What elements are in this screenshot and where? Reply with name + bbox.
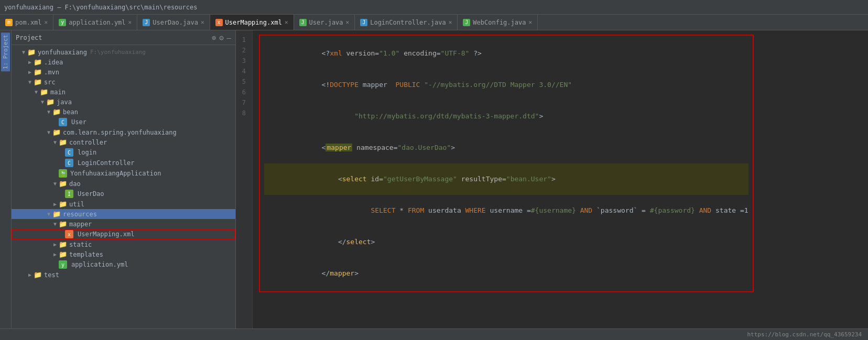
tab-pom[interactable]: m pom.xml ✕ bbox=[0, 15, 53, 30]
tree-application-yml[interactable]: y application.yml bbox=[12, 259, 235, 270]
tree-test[interactable]: 📁 test bbox=[12, 270, 235, 280]
dao-arrow bbox=[51, 181, 59, 187]
tab-pom-label: pom.xml bbox=[15, 19, 42, 26]
tab-webconfig-label: WebConfig.java bbox=[473, 19, 526, 26]
code-area[interactable]: 1 2 3 4 5 6 7 8 <?xml version="1.0" enc bbox=[236, 30, 868, 328]
tab-appyml-close[interactable]: ✕ bbox=[128, 19, 132, 26]
mvn-label: .mvn bbox=[44, 69, 59, 76]
tree-user-class[interactable]: C User bbox=[12, 117, 235, 127]
idea-folder-icon: 📁 bbox=[34, 58, 42, 66]
tree-logincontroller[interactable]: C LoginController bbox=[12, 158, 235, 168]
tree-util[interactable]: 📁 util bbox=[12, 199, 235, 209]
tree-resources[interactable]: 📁 resources bbox=[12, 209, 235, 219]
resources-label: resources bbox=[63, 211, 97, 218]
tab-userdao[interactable]: J UserDao.java ✕ bbox=[137, 15, 210, 30]
status-bar: https://blog.csdn.net/qq_43659234 bbox=[0, 328, 868, 340]
src-label: src bbox=[44, 79, 56, 86]
tab-webconfig[interactable]: J WebConfig.java ✕ bbox=[458, 15, 538, 30]
mapper-dir-folder-icon: 📁 bbox=[59, 220, 67, 228]
java-arrow bbox=[39, 99, 46, 105]
ln-6: 6 bbox=[238, 87, 250, 97]
main-label: main bbox=[50, 89, 66, 96]
tree-src[interactable]: 📁 src bbox=[12, 77, 235, 87]
tree-com-pkg[interactable]: 📁 com.learn.spring.yonfuhuaxiang bbox=[12, 127, 235, 137]
tab-appyml[interactable]: y application.yml ✕ bbox=[53, 15, 137, 30]
sidebar-toolbar: ⊕ ⚙ — bbox=[212, 34, 231, 42]
code-editor: 1 2 3 4 5 6 7 8 <?xml version="1.0" enc bbox=[236, 30, 868, 328]
static-label: static bbox=[69, 241, 92, 248]
tab-loginctrl-close[interactable]: ✕ bbox=[449, 19, 452, 26]
tree-main[interactable]: 📁 main bbox=[12, 87, 235, 97]
tab-pom-close[interactable]: ✕ bbox=[45, 19, 48, 26]
tree-static[interactable]: 📁 static bbox=[12, 239, 235, 249]
tree-templates[interactable]: 📁 templates bbox=[12, 249, 235, 259]
idea-arrow bbox=[26, 59, 34, 65]
code-content[interactable]: <?xml version="1.0" encoding="UTF-8" ?> … bbox=[253, 30, 868, 328]
tree-yonfuapp[interactable]: 🍃 YonfuhuaxiangApplication bbox=[12, 168, 235, 179]
tree-root[interactable]: 📁 yonfuhuaxiang F:\yonfuhuaxiang bbox=[12, 47, 235, 57]
project-side-tab[interactable]: 1: Project bbox=[1, 32, 10, 71]
tree-bean[interactable]: 📁 bean bbox=[12, 107, 235, 117]
tab-user-label: User.java bbox=[309, 19, 343, 26]
src-arrow bbox=[26, 79, 34, 85]
main-arrow bbox=[32, 89, 40, 95]
tree-mvn[interactable]: 📁 .mvn bbox=[12, 67, 235, 77]
tree-dao[interactable]: 📁 dao bbox=[12, 179, 235, 189]
ln-2: 2 bbox=[238, 45, 250, 56]
root-arrow bbox=[20, 49, 27, 55]
yonfuapp-label: YonfuhuaxiangApplication bbox=[70, 170, 161, 177]
src-folder-icon: 📁 bbox=[34, 78, 42, 86]
tab-loginctrl[interactable]: J LoginController.java ✕ bbox=[355, 15, 458, 30]
ln-8: 8 bbox=[238, 108, 250, 118]
tree-usermapping-xml[interactable]: x UserMapping.xml bbox=[12, 229, 235, 239]
application-yml-label: application.yml bbox=[71, 261, 128, 268]
sidebar-header: Project ⊕ ⚙ — bbox=[12, 30, 235, 45]
line-numbers: 1 2 3 4 5 6 7 8 bbox=[236, 30, 253, 328]
mapper-dir-arrow bbox=[51, 221, 59, 227]
util-folder-icon: 📁 bbox=[59, 200, 67, 208]
usermapping-xml-icon: x bbox=[65, 230, 73, 238]
code-red-outline: <?xml version="1.0" encoding="UTF-8" ?> … bbox=[259, 35, 754, 292]
tab-usermapping-close[interactable]: ✕ bbox=[285, 19, 288, 26]
controller-folder-icon: 📁 bbox=[59, 138, 67, 146]
dao-label: dao bbox=[69, 180, 81, 188]
login-label: login bbox=[78, 149, 96, 156]
yml-icon: y bbox=[59, 19, 66, 26]
tree-mapper-dir[interactable]: 📁 mapper bbox=[12, 219, 235, 229]
sidebar-add-icon[interactable]: ⊕ bbox=[212, 34, 216, 42]
static-folder-icon: 📁 bbox=[59, 240, 67, 248]
tab-user-close[interactable]: ✕ bbox=[346, 19, 350, 26]
java-folder-icon: 📁 bbox=[46, 98, 55, 106]
code-line-6: SELECT * FROM userdata WHERE username =#… bbox=[264, 195, 748, 226]
code-line-3: "http://mybatis.org/dtd/mybatis-3-mapper… bbox=[264, 101, 748, 132]
ln-4: 4 bbox=[238, 66, 250, 76]
resources-folder-icon: 📁 bbox=[52, 210, 61, 218]
tab-usermapping[interactable]: x UserMapping.xml ✕ bbox=[210, 15, 294, 30]
code-line-7: </select> bbox=[264, 226, 748, 258]
userdao-file-icon: I bbox=[65, 190, 73, 198]
templates-arrow bbox=[51, 251, 59, 257]
code-line-1: <?xml version="1.0" encoding="UTF-8" ?> bbox=[264, 38, 748, 69]
sidebar-minus-icon[interactable]: — bbox=[227, 34, 231, 42]
tree-idea[interactable]: 📁 .idea bbox=[12, 57, 235, 67]
status-url: https://blog.csdn.net/qq_43659234 bbox=[747, 331, 862, 338]
tab-user[interactable]: J User.java ✕ bbox=[294, 15, 355, 30]
tree-login[interactable]: C login bbox=[12, 147, 235, 158]
ln-5: 5 bbox=[238, 76, 250, 87]
tree-controller[interactable]: 📁 controller bbox=[12, 137, 235, 147]
tab-userdao-close[interactable]: ✕ bbox=[201, 19, 204, 26]
tree-userdao-file[interactable]: I UserDao bbox=[12, 189, 235, 199]
usermapping-xml-label: UserMapping.xml bbox=[78, 231, 134, 238]
usermapping-icon: x bbox=[215, 19, 223, 26]
tab-webconfig-close[interactable]: ✕ bbox=[528, 19, 532, 26]
com-pkg-arrow bbox=[45, 129, 52, 135]
tree-java[interactable]: 📁 java bbox=[12, 97, 235, 107]
login-icon: C bbox=[65, 148, 73, 157]
tab-bar: m pom.xml ✕ y application.yml ✕ J UserDa… bbox=[0, 15, 868, 30]
util-label: util bbox=[69, 201, 84, 208]
tab-usermapping-label: UserMapping.xml bbox=[225, 19, 282, 26]
mvn-folder-icon: 📁 bbox=[34, 68, 42, 76]
com-pkg-label: com.learn.spring.yonfuhuaxiang bbox=[63, 129, 177, 136]
sidebar-settings-icon[interactable]: ⚙ bbox=[219, 34, 223, 42]
yonfuapp-icon: 🍃 bbox=[59, 169, 67, 178]
